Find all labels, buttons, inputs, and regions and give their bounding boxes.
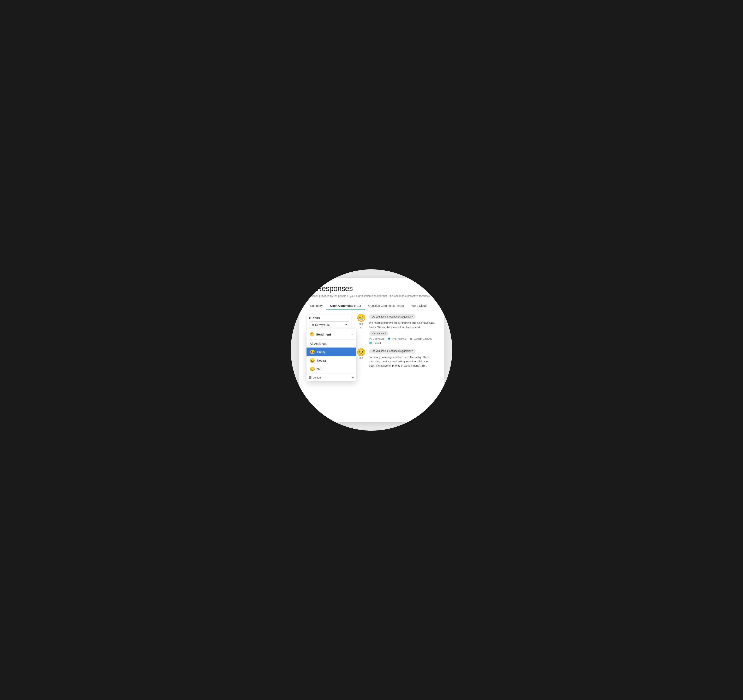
team-icon: ▦ (410, 337, 412, 340)
page-title: All Responses (306, 284, 437, 293)
meta-dot-1: • (386, 338, 386, 340)
action-row[interactable]: ☰ Action (306, 374, 356, 381)
meta-dot-2: • (407, 338, 409, 340)
sentiment-option-all[interactable]: All sentiment (306, 340, 356, 347)
globe-icon: 🌐 (369, 341, 372, 344)
sad-label: Sad (317, 368, 322, 371)
clock-icon: 🕐 (369, 337, 372, 340)
tab-summary[interactable]: Summary (306, 302, 326, 310)
outer-circle: All Responses Feedback provided by the p… (291, 269, 452, 431)
meta-user: 👤 Vivek Agarwal (388, 337, 406, 340)
happy-label: Happy (317, 350, 326, 353)
action-arrow-icon (352, 377, 354, 378)
feedback-meta: 🕐 5 days ago • 👤 Vivek Agarwal • ▦ (369, 337, 437, 344)
feedback-emoji-col: 😁 0.8 ↖ (356, 314, 366, 344)
sentiment-chevron-icon (351, 334, 353, 335)
meta-globe: 🌐 Untitled (369, 341, 381, 344)
feedback-emoji-icon: 😁 (357, 314, 366, 322)
sentiment-option-neutral[interactable]: 😐 Neutral (306, 356, 356, 365)
sentiment-option-sad[interactable]: 😠 Sad (306, 365, 356, 374)
happy-emoji-icon: 😀 (310, 350, 315, 354)
feedback-text-2: Too many meetings and too much hierarchy… (369, 355, 437, 368)
surveys-icon: ▦ (311, 323, 314, 326)
all-sentiment-label: All sentiment (310, 342, 326, 345)
content-area: FILTERS ▦ Surveys (16) × Tech pulse surv… (306, 314, 437, 421)
filters-panel: FILTERS ▦ Surveys (16) × Tech pulse surv… (306, 314, 352, 421)
feedback-score: 0.8 (360, 322, 363, 325)
tab-word-cloud[interactable]: Word Cloud (408, 302, 431, 310)
meta-time: 🕐 5 days ago (369, 337, 384, 340)
surveys-label: Surveys (16) (315, 323, 330, 326)
feedback-content: Do you have a feedback/suggestion? We ne… (369, 314, 437, 344)
feedback-item: 😟 0.0 Do you have a feedback/suggestion?… (356, 349, 437, 370)
meta-dot-3: • (434, 338, 434, 340)
sentiment-title: Sentiment (316, 332, 331, 336)
tab-open-comments[interactable]: Open Comments (401) (326, 302, 365, 310)
main-card: All Responses Feedback provided by the p… (299, 278, 444, 422)
surveys-dropdown[interactable]: ▦ Surveys (16) (309, 322, 349, 328)
sentiment-header[interactable]: 🙂 Sentiment (306, 329, 356, 340)
tabs-nav: Summary Open Comments (401) Question Com… (306, 302, 437, 310)
action-label: Action (313, 376, 321, 379)
sad-emoji-icon: 😠 (310, 367, 315, 371)
sentiment-dropdown: 🙂 Sentiment All sentiment 😀 Happy 😐 (306, 329, 356, 381)
feedback-text: We need to improve on our training and a… (369, 321, 437, 329)
feedback-tag-badge: Management (369, 331, 388, 336)
page-subtitle: Feedback provided by the people of your … (306, 294, 437, 298)
feedback-list: 😁 0.8 ↖ Do you have a feedback/suggestio… (356, 314, 437, 421)
feedback-item: 😁 0.8 ↖ Do you have a feedback/suggestio… (356, 314, 437, 344)
cursor-icon: ↖ (360, 326, 362, 329)
feedback-score-2: 0.0 (360, 357, 363, 360)
sentiment-face-icon: 🙂 (310, 332, 314, 337)
neutral-emoji-icon: 😐 (310, 359, 315, 363)
feedback-emoji-col-2: 😟 0.0 (356, 349, 366, 370)
action-list-icon: ☰ (309, 376, 312, 379)
feedback-question-badge-2: Do you have a feedback/suggestion? (369, 349, 416, 353)
user-icon: 👤 (388, 337, 391, 340)
surveys-chevron-icon (345, 324, 347, 325)
feedback-question-badge: Do you have a feedback/suggestion? (369, 314, 416, 319)
feedback-emoji-icon-2: 😟 (357, 349, 366, 356)
feedback-content-2: Do you have a feedback/suggestion? Too m… (369, 349, 437, 370)
meta-team: ▦ Payment Gateway (410, 337, 432, 340)
tab-question-comments[interactable]: Question Comments (4948) (365, 302, 408, 310)
neutral-label: Neutral (317, 359, 326, 362)
sentiment-option-happy[interactable]: 😀 Happy (306, 347, 356, 356)
filters-label: FILTERS (309, 317, 349, 319)
